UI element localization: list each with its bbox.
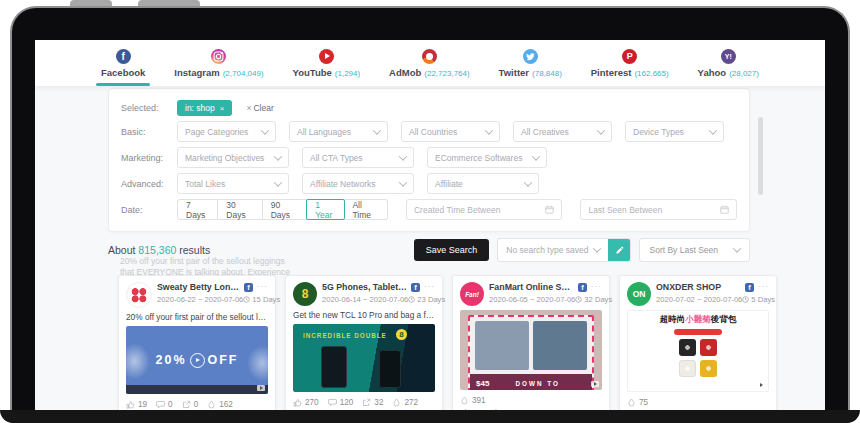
card-menu-button[interactable]: ···: [424, 284, 435, 290]
dropdown-page-categories[interactable]: Page Categories: [177, 121, 276, 142]
results-suffix: results: [176, 244, 210, 256]
chevron-down-icon: [399, 178, 407, 186]
filter-panel: Selected: in: shop × ×Clear Basic: Page …: [108, 88, 750, 232]
advertiser-name[interactable]: 5G Phones, Tablets & SIMs | ...: [322, 282, 407, 292]
chip-close-icon[interactable]: ×: [220, 104, 225, 113]
pinterest-icon: P: [622, 49, 637, 64]
dropdown-affiliate[interactable]: Affiliate: [427, 173, 539, 194]
dropdown-all-creatives[interactable]: All Creatives: [513, 121, 612, 142]
video-badge-icon: [257, 385, 265, 391]
tab-facebook[interactable]: f Facebook: [97, 40, 149, 86]
tab-pinterest[interactable]: P Pinterest(162,665): [587, 40, 673, 86]
share-icon: [362, 398, 371, 407]
dropdown-marketing-objectives[interactable]: Marketing Objectives: [177, 147, 289, 168]
chevron-down-icon: [532, 152, 540, 160]
created-time-between-input[interactable]: Created Time Between: [406, 199, 563, 220]
ad-card-list: Sweaty Betty London | Wom... f ··· 2020-…: [108, 275, 750, 423]
card-menu-button[interactable]: ···: [257, 284, 268, 290]
advertiser-name[interactable]: Sweaty Betty London | Wom...: [157, 282, 240, 292]
last-seen-between-input[interactable]: Last Seen Between: [580, 199, 737, 220]
duration-label: 5 Days: [751, 295, 775, 304]
tab-youtube[interactable]: YouTube(1,294): [289, 40, 365, 86]
sort-select[interactable]: Sort By Last Seen: [639, 238, 750, 262]
admob-icon: [422, 49, 437, 64]
ad-card-5g-phones[interactable]: 8 5G Phones, Tablets & SIMs | ... f ··· …: [285, 275, 443, 423]
tab-label: Twitter: [499, 67, 529, 78]
ad-creative-image[interactable]: 20% OFF: [126, 326, 268, 394]
saved-search-value[interactable]: No search type saved: [498, 239, 608, 261]
ad-card-onxder[interactable]: ON ONXDER SHOP f ··· 2020-07-02 ~ 2020-0…: [619, 275, 777, 423]
dropdown-affiliate-networks[interactable]: Affiliate Networks: [302, 173, 414, 194]
tab-label: Yahoo: [698, 67, 727, 78]
dropdown-ecommerce-softwares[interactable]: ECommerce Softwares: [427, 147, 547, 168]
play-icon[interactable]: [190, 353, 205, 368]
tab-instagram[interactable]: Instagram(2,704,049): [170, 40, 267, 86]
main-content: Selected: in: shop × ×Clear Basic: Page …: [108, 88, 750, 423]
product-photos: [470, 317, 592, 374]
date-label: Date:: [121, 205, 177, 215]
saved-search-select: No search type saved: [497, 238, 631, 262]
instagram-icon: [211, 49, 226, 64]
dropdown-cta-types[interactable]: All CTA Types: [302, 147, 414, 168]
facebook-badge-icon: f: [745, 283, 754, 292]
segment-1-year[interactable]: 1 Year: [306, 199, 345, 220]
date-range: 2020-06-14 ~ 2020-07-06: [322, 295, 408, 304]
keyword-chip-label: in: shop: [185, 103, 215, 113]
clock-icon: [243, 296, 250, 303]
advertiser-name[interactable]: FanMart Online Shopping - F...: [489, 282, 574, 292]
advertiser-name[interactable]: ONXDER SHOP: [656, 282, 741, 292]
dropdown-device-types[interactable]: Device Types: [625, 121, 724, 142]
dropdown-value: Affiliate: [435, 179, 463, 189]
dropdown-value: Total Likes: [185, 179, 225, 189]
comment-icon: [156, 400, 165, 409]
facebook-badge-icon: f: [411, 283, 420, 292]
tab-count: (162,665): [634, 69, 668, 78]
stat-shares: 0: [182, 400, 199, 409]
clear-filters-button[interactable]: ×Clear: [246, 103, 273, 113]
tab-label: Instagram: [174, 67, 219, 78]
card-header-main: Sweaty Betty London | Wom... f ··· 2020-…: [157, 282, 268, 308]
edit-saved-search-button[interactable]: [608, 239, 630, 261]
segment-90-days[interactable]: 90 Days: [263, 199, 307, 220]
stat-heat: 391: [460, 396, 486, 405]
tab-label: Pinterest: [591, 67, 632, 78]
date-range: 2020-07-02 ~ 2020-07-06: [656, 295, 742, 304]
card-menu-button[interactable]: ···: [591, 284, 602, 290]
dropdown-all-languages[interactable]: All Languages: [289, 121, 388, 142]
heat-icon: [460, 396, 469, 405]
chevron-down-icon: [597, 126, 605, 134]
keyword-chip[interactable]: in: shop ×: [177, 100, 232, 116]
tab-admob[interactable]: AdMob(22,723,764): [385, 40, 474, 86]
price-text: $45: [476, 379, 489, 388]
segment-all-time[interactable]: All Time: [344, 199, 388, 220]
ad-creative-image[interactable]: INCREDIBLE DOUBLE 8: [293, 324, 435, 392]
date-range-segments: 7 Days 30 Days 90 Days 1 Year All Time: [177, 199, 388, 220]
advertiser-avatar: [126, 282, 152, 308]
pencil-icon: [615, 246, 624, 255]
creative-text: DOWN TO: [489, 380, 586, 387]
tab-count: (28,027): [729, 69, 759, 78]
creative-text: INCREDIBLE DOUBLE: [303, 332, 387, 339]
creative-bottom-bar: [126, 385, 268, 394]
segment-7-days[interactable]: 7 Days: [177, 199, 218, 220]
chevron-down-icon: [733, 244, 741, 252]
dropdown-all-countries[interactable]: All Countries: [401, 121, 500, 142]
segment-30-days[interactable]: 30 Days: [218, 199, 262, 220]
tab-count: (1,294): [335, 69, 360, 78]
stat-shares: 32: [362, 398, 383, 407]
stat-value: 120: [340, 398, 354, 407]
ad-creative-image[interactable]: $45 DOWN TO: [460, 310, 602, 390]
tab-twitter[interactable]: Twitter(78,848): [495, 40, 566, 86]
stat-value: 32: [374, 398, 383, 407]
tab-yahoo[interactable]: Y! Yahoo(28,027): [694, 40, 763, 86]
ad-card-sweaty-betty[interactable]: Sweaty Betty London | Wom... f ··· 2020-…: [118, 275, 276, 423]
panel-scrollbar[interactable]: [758, 117, 763, 195]
ad-card-fanmart[interactable]: Fan! FanMart Online Shopping - F... f ··…: [452, 275, 610, 423]
sort-label: Sort By Last Seen: [649, 245, 718, 255]
ad-creative-image[interactable]: 超時尚小雛菊後背包: [627, 310, 769, 392]
dropdown-total-likes[interactable]: Total Likes: [177, 173, 289, 194]
creative-text: 20%: [155, 353, 186, 367]
device-base: [0, 410, 860, 423]
card-menu-button[interactable]: ···: [758, 284, 769, 290]
save-search-button[interactable]: Save Search: [414, 239, 490, 261]
